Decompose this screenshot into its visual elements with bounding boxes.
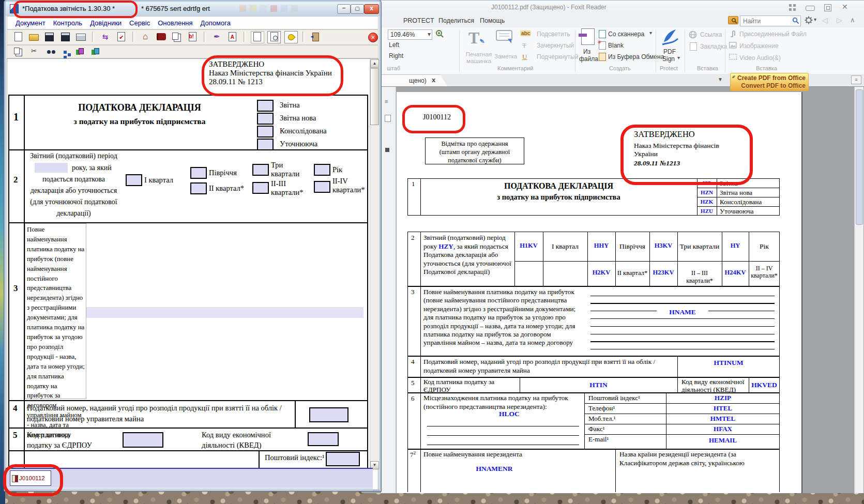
bookmarks-panel-icon[interactable]: ≡ xyxy=(385,98,388,104)
exit-door-icon[interactable]: ◂ xyxy=(310,31,322,42)
minimize-button[interactable] xyxy=(806,6,815,11)
field-h3kv[interactable]: H3KV xyxy=(649,242,677,250)
send-report-icon[interactable] xyxy=(251,31,264,43)
menu-service[interactable]: Сервіс xyxy=(129,19,150,27)
underline-button[interactable]: Подчеркнутый xyxy=(537,53,578,60)
tax-number-input[interactable] xyxy=(309,407,348,422)
field-hkved[interactable]: HKVED xyxy=(749,381,780,389)
typewriter-button-label[interactable]: Печатная машинка xyxy=(462,51,495,65)
zoom-in-icon[interactable] xyxy=(435,29,445,39)
zoom-dropdown-icon[interactable]: ▾ xyxy=(428,30,431,38)
checkbox-q2-q4[interactable] xyxy=(314,181,330,193)
zoom-combo[interactable]: 109.46% ▾ xyxy=(388,29,432,40)
search-binoculars-icon[interactable] xyxy=(43,47,56,56)
doc-scrollbar-thumb[interactable] xyxy=(856,89,863,225)
field-h23kv[interactable]: H23KV xyxy=(649,269,677,277)
field-hzu[interactable]: HZU xyxy=(697,208,717,214)
import-export-icon[interactable]: ⇆ xyxy=(99,31,112,42)
note-icon[interactable] xyxy=(495,29,514,45)
print-form-a-icon[interactable]: A xyxy=(226,31,239,42)
search-magnifier-icon[interactable] xyxy=(792,17,799,24)
field-hy[interactable]: HY xyxy=(722,242,749,250)
field-h1kv[interactable]: H1KV xyxy=(514,242,543,250)
typewriter-icon[interactable]: T xyxy=(468,28,479,48)
from-file-label-1[interactable]: Из xyxy=(583,48,590,55)
pages-panel-icon[interactable] xyxy=(385,115,391,122)
doc-vertical-scrollbar[interactable] xyxy=(854,87,863,493)
scroll-up-icon[interactable]: ▲ xyxy=(370,59,379,68)
edrpou-input[interactable] xyxy=(123,432,163,448)
pdf-sign-icon[interactable] xyxy=(660,27,680,48)
checkbox-zvitna-nova[interactable] xyxy=(257,113,274,125)
menu-directories[interactable]: Довідники xyxy=(90,19,122,27)
checkbox-konsolidovana[interactable] xyxy=(257,126,274,138)
fullscreen-grid-icon[interactable] xyxy=(789,4,796,11)
save-all-icon[interactable] xyxy=(59,31,71,42)
form-vertical-scrollbar[interactable]: ▲ ▼ xyxy=(370,59,379,469)
note-button-label[interactable]: Заметка xyxy=(494,53,517,59)
pdf-sign-label-1[interactable]: PDF xyxy=(663,48,676,55)
copy-report-icon[interactable] xyxy=(171,31,183,42)
from-file-label-2[interactable]: файла xyxy=(579,55,598,63)
registry-book-icon[interactable] xyxy=(155,31,168,42)
search-input[interactable] xyxy=(740,16,801,26)
search-field[interactable] xyxy=(742,17,790,25)
period-year-input[interactable] xyxy=(35,163,68,173)
checkbox-year[interactable] xyxy=(314,164,330,176)
gear-icon[interactable] xyxy=(805,16,813,24)
field-hzip[interactable]: HZIP xyxy=(666,394,780,402)
kved-input[interactable] xyxy=(308,432,339,446)
sign-key-icon[interactable]: ✒ xyxy=(210,31,223,42)
image-button[interactable]: Изображение xyxy=(739,42,779,50)
from-scanner-button[interactable]: Со сканнера xyxy=(608,30,644,38)
field-hfax[interactable]: HFAX xyxy=(666,425,780,433)
gear-dropdown-icon[interactable]: ▾ xyxy=(814,17,816,22)
fit-right-button[interactable]: Right xyxy=(389,52,403,59)
checkbox-q2-q3[interactable] xyxy=(252,182,269,194)
nav-forward-icon[interactable]: ▷ xyxy=(837,16,842,24)
field-hz[interactable]: HZ xyxy=(697,180,717,186)
from-scanner-dropdown-icon[interactable]: ▾ xyxy=(649,30,652,36)
new-document-icon[interactable] xyxy=(12,31,24,42)
field-h2kv[interactable]: H2KV xyxy=(587,269,615,277)
menu-document[interactable]: Документ xyxy=(16,19,46,27)
checkbox-q2[interactable] xyxy=(190,182,207,194)
document-tab[interactable]: щено) x xyxy=(377,74,448,87)
highlight-button[interactable]: Подсветить xyxy=(537,30,570,38)
search-folder-icon[interactable] xyxy=(728,16,738,24)
menu-help[interactable]: Помощь xyxy=(480,17,505,24)
mark-report-icon[interactable] xyxy=(284,31,298,43)
field-htel[interactable]: HTEL xyxy=(666,404,780,413)
zip-input[interactable] xyxy=(326,452,360,466)
field-hzk[interactable]: HZK xyxy=(697,198,717,205)
verify-report-icon[interactable]: ✔ xyxy=(115,31,127,42)
collapse-toolbar-icon[interactable]: ∧ xyxy=(850,16,855,24)
delete-row-icon[interactable] xyxy=(90,47,103,56)
link-button[interactable]: Ссылка xyxy=(700,31,722,38)
blank-button[interactable]: Blank xyxy=(608,42,624,49)
attachments-panel-icon[interactable] xyxy=(385,148,389,152)
field-hzn[interactable]: HZN xyxy=(697,189,717,195)
nav-back-icon[interactable]: ◁ xyxy=(822,16,828,24)
form-row3-highlight[interactable] xyxy=(86,307,363,318)
tab-list-dropdown-icon[interactable]: ▼ xyxy=(718,77,723,82)
field-hname-text[interactable]: HNAME xyxy=(657,308,708,316)
pdf-sign-dropdown-icon[interactable]: ▾ xyxy=(677,55,680,60)
home-icon[interactable]: ⌂ xyxy=(139,31,151,42)
close-button[interactable]: x xyxy=(364,4,379,14)
tab-close-icon[interactable]: x xyxy=(432,76,435,84)
open-folder-icon[interactable] xyxy=(27,31,40,42)
maximize-button[interactable]: ▢ xyxy=(351,4,364,14)
checkbox-three-quarters[interactable] xyxy=(252,164,269,176)
minimize-button[interactable]: – xyxy=(337,4,351,14)
menu-updates[interactable]: Оновлення xyxy=(158,19,192,27)
field-h24kv[interactable]: H24KV xyxy=(722,269,749,277)
field-hemail[interactable]: HEMAIL xyxy=(666,436,780,445)
menu-protect[interactable]: PROTECT xyxy=(403,17,434,24)
strikeout-button[interactable]: Зачеркнутый xyxy=(537,42,574,49)
field-hhy[interactable]: HHY xyxy=(587,242,615,250)
preview-report-icon[interactable] xyxy=(267,31,281,43)
pdf-sign-label-2[interactable]: Sign xyxy=(662,55,675,63)
menu-help[interactable]: Допомога xyxy=(201,19,231,27)
cut-icon[interactable]: ✂ xyxy=(27,47,40,56)
